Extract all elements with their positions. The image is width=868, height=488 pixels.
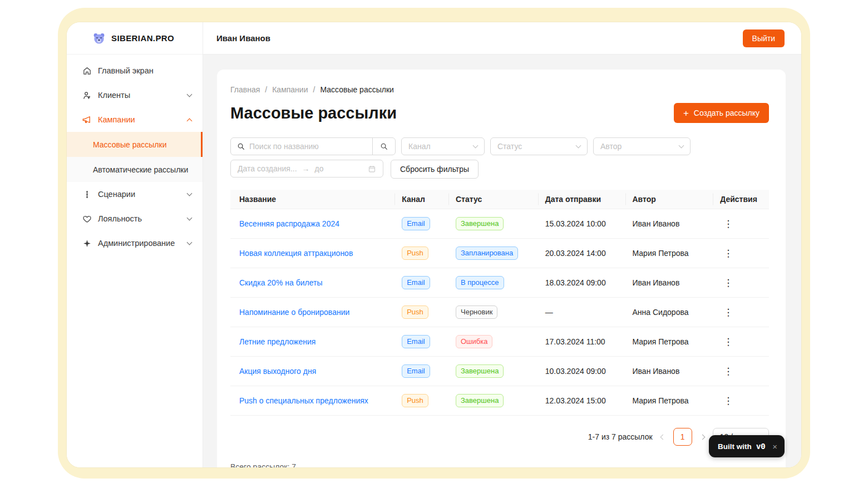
status-badge: Завершена (456, 364, 504, 378)
chevron-down-icon (576, 143, 581, 149)
filters-row-2: Дата создания... → до Сбросить фильтры (230, 160, 769, 179)
logout-button[interactable]: Выйти (743, 29, 785, 47)
chevron-down-icon (187, 240, 193, 245)
page-number-button[interactable]: 1 (673, 428, 692, 446)
author-cell: Иван Иванов (626, 268, 714, 298)
actions-menu-icon[interactable]: ⋮ (720, 395, 736, 407)
status-badge: Завершена (456, 394, 504, 407)
sidebar-item-administration[interactable]: Администрирование (67, 231, 203, 255)
mailing-name-link[interactable]: Новая коллекция аттракционов (239, 249, 353, 258)
author-select-placeholder: Автор (600, 142, 622, 151)
send-date: — (539, 298, 626, 327)
sidebar-item-clients[interactable]: Клиенты (67, 83, 203, 107)
table-row: Скидка 20% на билеты Email В процессе 18… (230, 268, 769, 298)
column-header-channel: Канал (395, 190, 449, 209)
sidebar-item-campaigns[interactable]: Кампании (67, 107, 203, 132)
author-cell: Иван Иванов (626, 357, 714, 386)
send-date: 15.03.2024 10:00 (539, 209, 626, 239)
mailing-name-link[interactable]: Летние предложения (239, 337, 315, 346)
channel-badge: Email (402, 335, 430, 348)
built-with-text: Built with (718, 442, 752, 451)
actions-menu-icon[interactable]: ⋮ (720, 306, 736, 319)
built-with-badge[interactable]: Built with v0 × (709, 435, 785, 457)
actions-menu-icon[interactable]: ⋮ (720, 218, 736, 230)
status-select-placeholder: Статус (497, 142, 522, 151)
sidebar-subitem-mass-mailings[interactable]: Массовые рассылки (67, 132, 203, 157)
send-date: 10.03.2024 09:00 (539, 357, 626, 386)
channel-badge: Email (402, 276, 430, 289)
breadcrumb-campaigns[interactable]: Кампании (272, 85, 308, 94)
page-title: Массовые рассылки (230, 104, 397, 122)
actions-menu-icon[interactable]: ⋮ (720, 336, 736, 348)
sidebar-item-label: Кампании (98, 115, 135, 124)
author-cell: Мария Петрова (626, 327, 714, 357)
breadcrumb-home[interactable]: Главная (230, 85, 260, 94)
title-row: Массовые рассылки + Создать рассылку (230, 103, 769, 123)
date-range-picker[interactable]: Дата создания... → до (230, 160, 383, 178)
prev-page-icon[interactable] (660, 434, 665, 440)
date-from-placeholder: Дата создания... (238, 164, 297, 173)
status-select[interactable]: Статус (490, 137, 588, 155)
channel-select[interactable]: Канал (401, 137, 485, 155)
send-date: 17.03.2024 11:00 (539, 327, 626, 357)
app-window: SIBERIAN.PRO Главный экран Клиенты (67, 22, 801, 467)
sparkle-icon (82, 238, 92, 248)
search-icon (237, 142, 245, 150)
mailing-name-link[interactable]: Акция выходного дня (239, 367, 316, 376)
close-icon[interactable]: × (772, 442, 777, 451)
breadcrumb-current: Массовые рассылки (320, 85, 393, 94)
arrow-right-icon: → (302, 164, 310, 173)
sidebar-item-home[interactable]: Главный экран (67, 58, 203, 83)
breadcrumb-separator: / (313, 85, 315, 94)
author-cell: Иван Иванов (626, 209, 714, 239)
search-input[interactable] (249, 142, 372, 151)
create-mailing-label: Создать рассылку (694, 109, 760, 117)
sidebar-item-label: Главный экран (98, 66, 154, 75)
actions-menu-icon[interactable]: ⋮ (720, 365, 736, 378)
actions-menu-icon[interactable]: ⋮ (720, 247, 736, 260)
actions-menu-icon[interactable]: ⋮ (720, 277, 736, 289)
status-badge: Запланирована (456, 247, 518, 260)
send-date: 12.03.2024 15:00 (539, 386, 626, 416)
chevron-up-icon (187, 118, 193, 124)
mailing-name-link[interactable]: Напоминание о бронировании (239, 308, 349, 317)
mailing-name-link[interactable]: Push о специальных предложениях (239, 396, 368, 405)
table-header-row: Название Канал Статус Дата отправки Авто… (230, 190, 769, 209)
content-card: Главная / Кампании / Массовые рассылки М… (217, 70, 786, 467)
author-cell: Мария Петрова (626, 386, 714, 416)
author-cell: Мария Петрова (626, 239, 714, 268)
channel-badge: Email (402, 217, 430, 230)
home-icon (82, 66, 92, 76)
sidebar-item-label: Клиенты (98, 91, 130, 100)
next-page-icon[interactable] (699, 434, 705, 440)
heart-icon (82, 214, 92, 224)
sidebar-item-loyalty[interactable]: Лояльность (67, 206, 203, 231)
content-area: Главная / Кампании / Массовые рассылки М… (203, 55, 801, 467)
column-header-author: Автор (626, 190, 714, 209)
column-header-status: Статус (449, 190, 539, 209)
sidebar: SIBERIAN.PRO Главный экран Клиенты (67, 22, 203, 467)
sidebar-item-scenarios[interactable]: Сценарии (67, 182, 203, 206)
table-row: Напоминание о бронировании Push Черновик… (230, 298, 769, 327)
sidebar-subitem-label: Массовые рассылки (93, 140, 166, 149)
flow-icon (82, 189, 92, 199)
sidebar-item-label: Лояльность (98, 214, 142, 223)
breadcrumb: Главная / Кампании / Массовые рассылки (230, 85, 769, 94)
reset-filters-button[interactable]: Сбросить фильтры (391, 160, 479, 179)
total-mailings-text: Всего рассылок: 7 (230, 462, 769, 467)
status-badge: В процессе (456, 276, 504, 289)
sidebar-subitem-auto-mailings[interactable]: Автоматические рассылки (67, 157, 203, 182)
channel-badge: Push (402, 394, 428, 407)
author-select[interactable]: Автор (593, 137, 691, 155)
mailings-table: Название Канал Статус Дата отправки Авто… (230, 190, 769, 416)
mailing-name-link[interactable]: Скидка 20% на билеты (239, 278, 322, 287)
date-to-placeholder: до (315, 164, 324, 173)
search-submit-button[interactable] (372, 138, 395, 155)
breadcrumb-separator: / (265, 85, 267, 94)
create-mailing-button[interactable]: + Создать рассылку (674, 103, 769, 123)
mailing-name-link[interactable]: Весенняя распродажа 2024 (239, 219, 339, 228)
megaphone-icon (82, 115, 92, 125)
topbar: Иван Иванов Выйти (203, 22, 801, 55)
plus-icon: + (683, 109, 689, 118)
table-row: Push о специальных предложениях Push Зав… (230, 386, 769, 416)
